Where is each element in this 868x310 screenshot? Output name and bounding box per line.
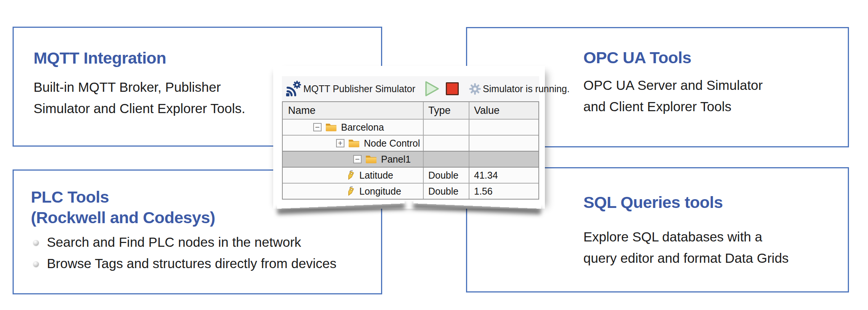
- node-type: Double: [424, 168, 469, 183]
- node-label: Latitude: [359, 170, 393, 181]
- node-label: Node Control: [364, 138, 420, 149]
- list-item-text: Search and Find PLC nodes in the network: [47, 235, 301, 249]
- tree-row-panel1[interactable]: − Panel1: [283, 151, 538, 167]
- node-value: 1.56: [469, 184, 538, 199]
- body-line: Built-in MQTT Broker, Publisher: [34, 80, 221, 94]
- tag-icon: [346, 170, 355, 181]
- title-line: (Rockwell and Codesys): [31, 208, 215, 227]
- stop-button[interactable]: [446, 82, 459, 95]
- node-value: [469, 136, 538, 151]
- status-text: Simulator is running.: [483, 83, 570, 94]
- column-header-value[interactable]: Value: [469, 102, 538, 119]
- body-line: Explore SQL databases with a: [583, 229, 762, 244]
- list-item: Search and Find PLC nodes in the network: [31, 234, 336, 251]
- tree-row-barcelona[interactable]: − Barcelona: [283, 119, 538, 135]
- folder-icon: [348, 139, 360, 148]
- play-button[interactable]: [424, 80, 440, 97]
- collapse-expander-icon[interactable]: −: [353, 155, 362, 163]
- tag-icon: [346, 186, 355, 197]
- mqtt-app-icon: [285, 81, 302, 97]
- bullet-icon: [33, 261, 39, 267]
- panel-title: MQTT Publisher Simulator: [303, 83, 415, 94]
- card-body-opcua: OPC UA Server and Simulator and Client E…: [583, 75, 763, 117]
- tree-row-latitude[interactable]: Latitude Double 41.34: [283, 167, 538, 183]
- node-label: Longitude: [359, 186, 401, 197]
- expand-expander-icon[interactable]: +: [336, 139, 344, 147]
- node-label: Panel1: [381, 154, 411, 165]
- card-title-opcua: OPC UA Tools: [583, 47, 691, 68]
- card-body-sql: Explore SQL databases with a query edito…: [583, 226, 789, 269]
- list-item: Browse Tags and structures directly from…: [31, 255, 336, 272]
- node-type: [424, 136, 469, 151]
- card-title-mqtt: MQTT Integration: [34, 48, 166, 68]
- folder-icon: [365, 155, 377, 164]
- node-value: [469, 120, 538, 135]
- node-value: 41.34: [469, 168, 538, 183]
- column-header-type[interactable]: Type: [424, 102, 469, 119]
- collapse-expander-icon[interactable]: −: [313, 123, 322, 131]
- body-line: Simulator and Client Explorer Tools.: [34, 101, 245, 116]
- bullet-icon: [33, 240, 39, 246]
- column-header-name[interactable]: Name: [283, 102, 424, 119]
- node-type: Double: [424, 184, 469, 199]
- mqtt-simulator-window: MQTT Publisher Simulator Simulator is ru…: [273, 66, 545, 209]
- card-body-mqtt: Built-in MQTT Broker, Publisher Simulato…: [34, 77, 245, 119]
- tree-row-longitude[interactable]: Longitude Double 1.56: [283, 183, 538, 199]
- simulator-toolbar: MQTT Publisher Simulator Simulator is ru…: [282, 76, 539, 101]
- tree-row-node-control[interactable]: + Node Control: [283, 135, 538, 151]
- folder-icon: [325, 123, 337, 132]
- node-label: Barcelona: [341, 122, 384, 133]
- node-type: [424, 152, 469, 167]
- node-value: [469, 152, 538, 167]
- grid-header-row: Name Type Value: [283, 102, 538, 119]
- card-title-sql: SQL Queries tools: [583, 192, 723, 213]
- plc-feature-list: Search and Find PLC nodes in the network…: [31, 234, 336, 276]
- body-line: OPC UA Server and Simulator: [583, 78, 763, 93]
- node-tree-grid: Name Type Value − Barcelona +: [282, 101, 539, 200]
- list-item-text: Browse Tags and structures directly from…: [47, 256, 336, 271]
- gear-icon: [469, 83, 481, 95]
- body-line: query editor and format Data Grids: [583, 251, 789, 265]
- card-title-plc: PLC Tools (Rockwell and Codesys): [31, 187, 215, 228]
- body-line: and Client Explorer Tools: [583, 99, 731, 114]
- title-line: PLC Tools: [31, 188, 109, 206]
- node-type: [424, 120, 469, 135]
